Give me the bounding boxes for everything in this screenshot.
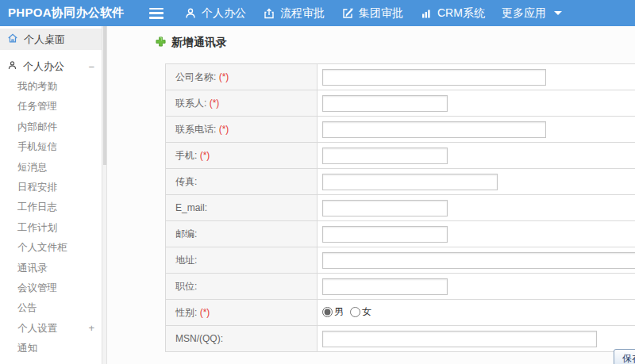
sidebar-item[interactable]: 内部邮件 — [0, 117, 102, 137]
form-row: 手机: (*) — [166, 143, 635, 169]
form-row: 传真: — [166, 169, 635, 195]
field-label: MSN/(QQ): — [175, 333, 223, 344]
field-value-cell — [318, 90, 635, 117]
field-label: E_mail: — [175, 202, 207, 213]
field-label-cell: 性别: (*) — [166, 300, 318, 326]
sidebar-item[interactable]: 会议管理 — [0, 278, 102, 298]
field-label-cell: 手机: (*) — [166, 143, 318, 169]
sidebar-item-label: 个人设置 — [17, 323, 57, 334]
gender-radio-male[interactable] — [322, 307, 333, 317]
chevron-down-icon — [554, 11, 562, 15]
field-value-cell — [318, 143, 635, 169]
sidebar: 个人桌面 个人办公 − 我的考勤任务管理内部邮件手机短信短消息日程安排工作日志工… — [0, 26, 102, 364]
sidebar-item-notice[interactable]: 通知 — [0, 339, 102, 358]
required-marker: (*) — [216, 124, 229, 135]
nav-crm-system[interactable]: CRM系统 — [420, 6, 485, 21]
sidebar-item-personal-settings[interactable]: 个人设置 + — [0, 319, 102, 339]
field-value-cell: 男女 — [318, 300, 635, 326]
sidebar-item[interactable]: 短消息 — [0, 158, 102, 178]
person-icon — [7, 60, 17, 73]
field-value-cell — [318, 247, 635, 274]
form-row: E_mail: — [166, 195, 635, 221]
field-value-cell — [318, 326, 635, 352]
expand-icon[interactable]: + — [88, 319, 94, 339]
sidebar-item[interactable]: 手机短信 — [0, 137, 102, 157]
save-button[interactable]: 保存 — [614, 349, 635, 364]
address-input[interactable] — [322, 252, 635, 269]
contact-phone-input[interactable] — [322, 121, 546, 138]
sidebar-item-label: 个人桌面 — [24, 33, 65, 47]
sidebar-item-desktop[interactable]: 个人桌面 — [0, 29, 102, 50]
field-label: 公司名称: — [175, 71, 216, 82]
sidebar-group-personal-office[interactable]: 个人办公 − — [0, 57, 102, 76]
radio-label: 男 — [334, 305, 344, 319]
field-label-cell: 联系人: (*) — [166, 90, 318, 117]
sidebar-item[interactable]: 日程安排 — [0, 178, 102, 197]
form-row: 邮编: — [166, 221, 635, 247]
nav-label: 流程审批 — [280, 6, 325, 21]
top-nav: 个人办公 流程审批 集团审批 CRM系统 — [184, 6, 579, 21]
gender-option[interactable]: 男 — [322, 305, 344, 319]
sidebar-item[interactable]: 公告 — [0, 298, 102, 318]
form-row: 联系人: (*) — [166, 90, 635, 117]
nav-label: CRM系统 — [437, 6, 485, 21]
gender-radio-female[interactable] — [350, 307, 360, 317]
field-label: 邮编: — [175, 228, 197, 239]
sidebar-scrollbar[interactable] — [102, 26, 107, 364]
field-value-cell — [318, 221, 635, 247]
nav-personal-office[interactable]: 个人办公 — [184, 6, 246, 21]
sidebar-item[interactable]: 工作计划 — [0, 218, 102, 238]
field-label: 联系人: — [175, 98, 206, 109]
required-marker: (*) — [197, 150, 210, 161]
field-label: 地址: — [175, 255, 197, 266]
sidebar-item[interactable]: 个人文件柜 — [0, 238, 102, 258]
mobile-input[interactable] — [322, 148, 448, 164]
form-row: MSN/(QQ): — [166, 326, 635, 352]
email-input[interactable] — [322, 200, 448, 216]
gender-option[interactable]: 女 — [350, 305, 371, 319]
edit-icon — [341, 7, 354, 20]
field-label: 性别: — [175, 307, 197, 318]
field-value-cell — [318, 117, 635, 143]
nav-group-approval[interactable]: 集团审批 — [341, 6, 403, 21]
sidebar-item[interactable]: 任务管理 — [0, 97, 102, 117]
required-marker: (*) — [206, 98, 219, 109]
contact-person-input[interactable] — [322, 95, 448, 112]
msn-qq-input[interactable] — [322, 331, 597, 347]
field-label-cell: 公司名称: (*) — [166, 64, 318, 90]
field-label-cell: 传真: — [166, 169, 318, 195]
field-label-cell: E_mail: — [166, 195, 318, 221]
form-row: 公司名称: (*) — [166, 64, 635, 90]
required-marker: (*) — [197, 307, 210, 318]
person-icon — [184, 7, 197, 20]
collapse-icon[interactable]: − — [88, 61, 94, 73]
required-marker: (*) — [216, 71, 229, 82]
sidebar-item[interactable]: 通讯录 — [0, 259, 102, 278]
field-label: 传真: — [175, 176, 197, 187]
sidebar-item[interactable]: 我的考勤 — [0, 77, 102, 97]
field-value-cell — [318, 195, 635, 221]
field-value-cell — [318, 274, 635, 300]
sidebar-item[interactable]: 工作日志 — [0, 197, 102, 217]
nav-label: 集团审批 — [359, 6, 403, 21]
contact-form-table: 公司名称: (*)联系人: (*)联系电话: (*)手机: (*)传真:E_ma… — [165, 63, 635, 352]
field-value-cell — [318, 169, 635, 195]
hamburger-menu-icon[interactable] — [149, 8, 164, 19]
bar-chart-icon — [420, 7, 433, 20]
scrollbar-thumb[interactable] — [103, 26, 106, 165]
form-row: 性别: (*)男女 — [166, 300, 635, 326]
nav-more-apps[interactable]: 更多应用 — [502, 6, 562, 21]
page-title: 新增通讯录 — [156, 36, 227, 50]
nav-label: 更多应用 — [502, 6, 546, 21]
company-name-input[interactable] — [322, 69, 546, 86]
upload-arrow-icon — [263, 7, 275, 20]
topbar: PHPOA协同办公软件 个人办公 流程审批 — [0, 0, 635, 26]
page-title-text: 新增通讯录 — [171, 36, 227, 50]
fax-input[interactable] — [322, 174, 498, 190]
form-row: 职位: — [166, 274, 635, 300]
nav-workflow-approval[interactable]: 流程审批 — [263, 6, 325, 21]
position-input[interactable] — [322, 278, 448, 295]
field-label-cell: 邮编: — [166, 221, 318, 247]
zipcode-input[interactable] — [322, 226, 448, 243]
field-label-cell: 联系电话: (*) — [166, 117, 318, 143]
